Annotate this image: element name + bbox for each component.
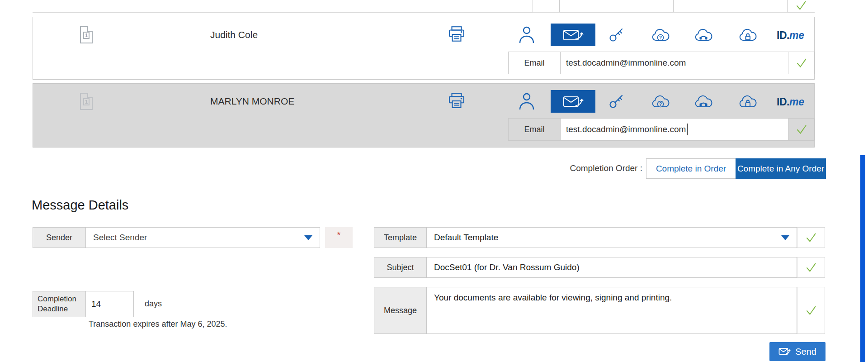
document-page-icon: 1 <box>80 93 93 110</box>
person-icon[interactable] <box>518 25 536 45</box>
template-select[interactable]: Default Template <box>426 227 797 248</box>
template-label: Template <box>374 227 427 248</box>
cutoff-cell-fragment <box>533 0 560 12</box>
required-asterisk: * <box>337 233 341 237</box>
recipient-row: 1 Judith Cole <box>33 17 815 80</box>
check-icon <box>797 257 825 278</box>
document-count-icon: 1 <box>80 26 94 45</box>
check-icon <box>788 118 815 141</box>
idme-logo-id: ID. <box>777 96 789 108</box>
message-label: Message <box>374 287 427 334</box>
cutoff-email-input-fragment[interactable] <box>673 0 788 12</box>
svg-text:?: ? <box>659 35 662 40</box>
subject-input[interactable] <box>426 257 797 278</box>
sender-required-indicator: * <box>325 227 353 248</box>
send-button-label: Send <box>795 347 816 357</box>
delivery-method-label: Email <box>508 118 561 141</box>
check-icon <box>797 287 825 334</box>
email-delivery-icon[interactable] <box>551 90 595 113</box>
email-input-value: test.docadmin@immonline.com <box>566 124 686 134</box>
complete-in-any-order-button[interactable]: Complete in Any Order <box>736 158 826 179</box>
chevron-down-icon <box>781 235 789 240</box>
email-input[interactable]: test.docadmin@immonline.com <box>560 118 788 141</box>
completion-order-label: Completion Order : <box>507 163 642 173</box>
printer-icon[interactable] <box>447 92 466 110</box>
security-question-cloud-icon[interactable]: ? <box>651 29 670 43</box>
id-verification-cloud-icon[interactable] <box>738 95 758 110</box>
security-question-cloud-icon[interactable]: ? <box>651 95 670 110</box>
completion-deadline-input[interactable] <box>85 291 134 317</box>
email-input[interactable] <box>560 52 788 74</box>
template-select-value: Default Template <box>434 233 498 243</box>
access-code-key-icon[interactable] <box>608 26 626 44</box>
sender-select-placeholder: Select Sender <box>93 233 147 243</box>
document-page-icon: 1 <box>80 26 93 43</box>
completion-deadline-label: Completion Deadline <box>33 291 86 317</box>
svg-text:?: ? <box>659 102 662 107</box>
complete-in-order-button[interactable]: Complete in Order <box>646 158 736 179</box>
person-icon[interactable] <box>518 91 536 111</box>
sender-label: Sender <box>33 227 86 248</box>
text-caret <box>687 124 688 135</box>
idme-logo-me: me <box>789 96 804 108</box>
document-count-badge: 1 <box>83 98 90 105</box>
message-details-heading: Message Details <box>32 198 128 213</box>
phone-auth-cloud-icon[interactable] <box>693 29 713 43</box>
recipient-name: MARLYN MONROE <box>210 96 294 107</box>
send-envelope-icon <box>778 348 791 356</box>
recipient-row-selected: 1 MARLYN MONROE <box>33 83 815 148</box>
scrollbar[interactable] <box>860 155 865 362</box>
message-textarea[interactable]: Your documents are available for viewing… <box>426 287 797 334</box>
idme-logo[interactable]: ID.me <box>777 96 817 108</box>
document-count-icon: 1 <box>80 93 94 112</box>
sender-select[interactable]: Select Sender <box>85 227 320 248</box>
document-count-badge: 1 <box>83 32 90 39</box>
transaction-expiry-note: Transaction expires after May 6, 2025. <box>89 319 227 329</box>
chevron-down-icon <box>304 235 312 240</box>
deadline-unit-label: days <box>145 299 162 309</box>
idme-logo[interactable]: ID.me <box>777 29 817 42</box>
recipient-name: Judith Cole <box>210 29 258 40</box>
id-verification-cloud-icon[interactable] <box>738 29 758 43</box>
access-code-key-icon[interactable] <box>608 92 626 110</box>
check-icon <box>788 0 815 12</box>
subject-label: Subject <box>374 257 427 278</box>
check-icon <box>788 52 815 74</box>
idme-logo-id: ID. <box>777 29 789 41</box>
idme-logo-me: me <box>789 29 804 41</box>
check-icon <box>797 227 825 248</box>
phone-auth-cloud-icon[interactable] <box>693 95 713 110</box>
send-button[interactable]: Send <box>769 342 826 361</box>
partial-recipient-row <box>33 0 815 13</box>
email-delivery-icon[interactable] <box>551 24 595 46</box>
send-documents-page: 1 Judith Cole <box>0 0 868 362</box>
delivery-method-label: Email <box>508 52 561 74</box>
printer-icon[interactable] <box>447 25 466 43</box>
